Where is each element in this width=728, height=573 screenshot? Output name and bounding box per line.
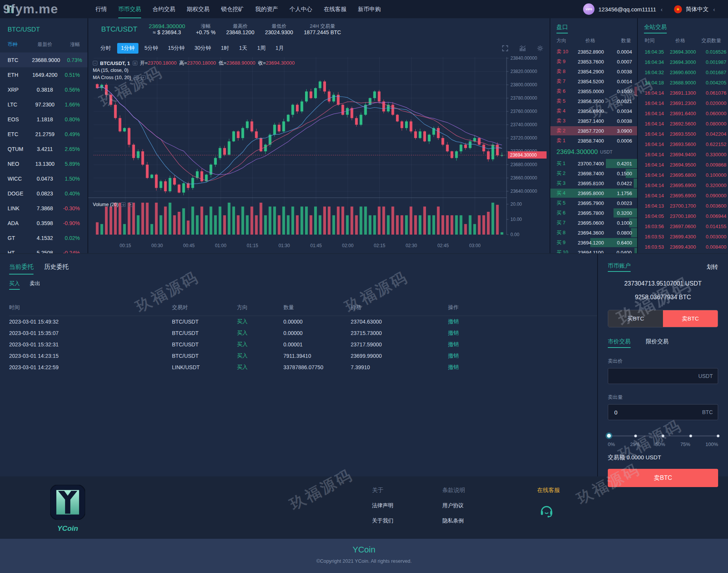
orderbook-sell-row-3[interactable]: 卖 323857.14000.0038 (550, 116, 637, 126)
collapse-icon[interactable]: − (93, 61, 97, 65)
coin-row-EOS[interactable]: EOS1.1818 0.80% (0, 112, 87, 127)
orders-side-tab-0[interactable]: 买入 (9, 280, 20, 290)
orderbook-sell-row-2[interactable]: 卖 223857.72003.0900 (550, 126, 637, 136)
coin-row-DOGE[interactable]: DOGE0.0823 0.40% (0, 186, 87, 201)
nav-item-7[interactable]: 在线客服 (324, 0, 347, 18)
ma-settings-icon[interactable]: o (134, 75, 138, 80)
mode-tab-0[interactable]: 市价交易 (608, 338, 631, 348)
cancel-order-link[interactable]: 撤销 (448, 364, 588, 371)
coin-row-ETC[interactable]: ETC21.2759 0.49% (0, 127, 87, 141)
nav-item-0[interactable]: 行情 (95, 0, 107, 18)
nav-item-5[interactable]: 我的资产 (255, 0, 278, 18)
col-symbol[interactable]: 币种 (8, 41, 32, 48)
orders-tab-0[interactable]: 当前委托 (9, 263, 33, 275)
coin-row-ADA[interactable]: ADA0.3598 -0.90% (0, 216, 87, 230)
sell-amount-input[interactable] (608, 404, 718, 420)
orderbook-buy-row-6[interactable]: 买 623695.78000.3200 (550, 208, 637, 218)
footer-link[interactable]: 用户协议 (442, 502, 465, 509)
footer-link[interactable]: 隐私条例 (442, 517, 465, 524)
timeframe-7[interactable]: 1周 (253, 43, 269, 54)
orderbook-buy-row-10[interactable]: 买 1023694.11000.0400 (550, 248, 637, 253)
coin-row-WICC[interactable]: WICC0.0473 1.50% (0, 171, 87, 186)
timeframe-1[interactable]: 1分钟 (117, 43, 138, 54)
orderbook-buy-row-4[interactable]: 买 423695.80001.1756 (550, 188, 637, 198)
trades-title[interactable]: 全站交易 (644, 24, 667, 33)
coin-row-ETH[interactable]: ETH1649.4200 0.51% (0, 67, 87, 82)
coin-row-HT[interactable]: HT5.2508 -0.24% (0, 245, 87, 253)
headset-icon[interactable] (539, 502, 555, 518)
settings-gear-icon[interactable] (537, 45, 544, 52)
nav-item-2[interactable]: 合约交易 (153, 0, 175, 18)
orderbook-title[interactable]: 盘口 (556, 24, 568, 33)
coin-row-LINK[interactable]: LINK7.3868 -0.30% (0, 201, 87, 216)
timeframe-3[interactable]: 15分钟 (164, 43, 189, 54)
cancel-order-link[interactable]: 撤销 (448, 352, 588, 359)
indicator-icon[interactable] (519, 45, 526, 52)
coin-row-LTC[interactable]: LTC97.2300 1.66% (0, 97, 87, 112)
col-change[interactable]: 涨幅 (58, 41, 80, 48)
timeframe-8[interactable]: 1月 (272, 43, 288, 54)
volume-close-icon[interactable]: × (128, 202, 133, 207)
cancel-order-link[interactable]: 撤销 (448, 318, 588, 325)
orderbook-sell-row-1[interactable]: 卖 123858.74000.0006 (550, 136, 637, 146)
nav-item-3[interactable]: 期权交易 (187, 0, 210, 18)
slider-dot-75[interactable] (689, 435, 692, 437)
timeframe-6[interactable]: 1天 (235, 43, 251, 54)
ma-cross-legend: MA Cross (10, 20) o × (93, 75, 146, 80)
timeframe-5[interactable]: 1时 (217, 43, 233, 54)
orderbook-buy-row-2[interactable]: 买 223698.74000.1500 (550, 168, 637, 178)
orderbook-sell-row-5[interactable]: 卖 523856.35000.0021 (550, 96, 637, 106)
slider-thumb[interactable] (606, 432, 612, 439)
avatar[interactable]: VIP0 (583, 3, 594, 15)
slider-dot-25[interactable] (634, 435, 637, 437)
orderbook-sell-row-4[interactable]: 卖 423856.69000.0034 (550, 106, 637, 116)
user-email[interactable]: 123456@qq.com11111 (598, 6, 656, 13)
footer-link[interactable]: 法律声明 (372, 502, 393, 509)
nav-item-8[interactable]: 新币申购 (358, 0, 381, 18)
fullscreen-icon[interactable] (502, 45, 509, 52)
col-price[interactable]: 最新价 (32, 41, 58, 48)
candlestick-chart[interactable]: − BTC/USDT, 1 o 开=23700.18000 高=23700.18… (88, 56, 550, 253)
coin-row-GT[interactable]: GT4.1532 0.02% (0, 230, 87, 245)
coin-row-NEO[interactable]: NEO13.1300 5.89% (0, 156, 87, 171)
spot-account-link[interactable]: 币币账户 (608, 262, 631, 272)
coin-row-XRP[interactable]: XRP0.3818 0.56% (0, 82, 87, 97)
cancel-order-link[interactable]: 撤销 (448, 341, 588, 348)
buy-btc-toggle[interactable]: 买BTC (608, 310, 663, 327)
transfer-link[interactable]: 划转 (707, 263, 718, 271)
orderbook-buy-row-9[interactable]: 买 923694.12000.6400 (550, 238, 637, 248)
slider-dot-50[interactable] (662, 435, 664, 437)
coin-row-BTC[interactable]: BTC23688.9000 0.73% (0, 52, 87, 67)
nav-item-4[interactable]: 锁仓挖矿 (221, 0, 244, 18)
orderbook-sell-row-6[interactable]: 卖 623855.00000.1000 (550, 86, 637, 96)
orderbook-sell-row-7[interactable]: 卖 723854.52000.0014 (550, 76, 637, 86)
online-support-link[interactable]: 在线客服 (537, 487, 560, 494)
timeframe-2[interactable]: 5分钟 (141, 43, 162, 54)
orderbook-sell-row-8[interactable]: 卖 823854.29000.0038 (550, 67, 637, 76)
footer-link[interactable]: 关于我们 (372, 517, 393, 524)
sell-btc-toggle[interactable]: 卖BTC (663, 310, 718, 327)
volume-settings-icon[interactable]: o (121, 202, 126, 207)
amount-slider[interactable] (608, 433, 718, 438)
coin-row-QTUM[interactable]: QTUM3.4211 2.65% (0, 141, 87, 156)
orderbook-buy-row-7[interactable]: 买 723695.06000.1000 (550, 218, 637, 228)
orderbook-buy-row-1[interactable]: 买 123700.74000.4201 (550, 159, 637, 168)
timeframe-4[interactable]: 30分钟 (191, 43, 215, 54)
nav-item-1[interactable]: 币币交易 (118, 0, 141, 18)
chart-canvas[interactable]: 00:1500:3000:4501:0001:1501:3001:4502:00… (88, 56, 550, 253)
nav-item-6[interactable]: 个人中心 (289, 0, 312, 18)
timeframe-0[interactable]: 分时 (97, 43, 115, 54)
ma-close-icon[interactable]: × (141, 75, 146, 80)
orderbook-sell-row-10[interactable]: 卖 1023852.89000.0004 (550, 47, 637, 57)
orderbook-sell-row-9[interactable]: 卖 923853.76000.0007 (550, 57, 637, 67)
legend-settings-icon[interactable]: o (133, 61, 137, 65)
cancel-order-link[interactable]: 撤销 (448, 330, 588, 336)
orderbook-buy-row-5[interactable]: 买 523695.79000.0023 (550, 198, 637, 208)
orders-side-tab-1[interactable]: 卖出 (30, 280, 40, 290)
orderbook-buy-row-3[interactable]: 买 323695.81000.0422 (550, 178, 637, 188)
mode-tab-1[interactable]: 限价交易 (646, 338, 669, 348)
language-selector[interactable]: 简体中文 (686, 6, 709, 13)
orderbook-buy-row-8[interactable]: 买 823694.36000.0800 (550, 228, 637, 238)
orders-tab-1[interactable]: 历史委托 (44, 263, 68, 275)
slider-dot-100[interactable] (717, 435, 720, 437)
